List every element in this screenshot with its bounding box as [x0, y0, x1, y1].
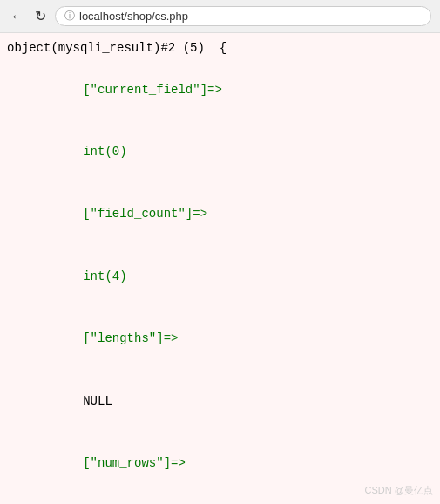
browser-toolbar: ← ↻ ⓘ localhost/shop/cs.php [0, 0, 440, 33]
reload-button[interactable]: ↻ [33, 8, 48, 24]
key-lengths: ["lengths"]=> [54, 331, 179, 345]
code-line-5: int(4) [7, 246, 433, 308]
code-line-4: ["field_count"]=> [7, 184, 433, 246]
code-line-7: NULL [7, 371, 433, 432]
code-line-6: ["lengths"]=> [7, 308, 433, 370]
page-content: object(mysqli_result)#2 (5) { ["current_… [0, 33, 440, 504]
key-field-count: ["field_count"]=> [54, 207, 207, 221]
watermark-text: CSDN @曼亿点 [365, 484, 433, 497]
url-bar[interactable]: ⓘ localhost/shop/cs.php [55, 6, 431, 26]
code-line-3: int(0) [7, 121, 433, 183]
val-current-field: int(0) [54, 145, 127, 159]
code-line-1: object(mysqli_result)#2 (5) { [7, 38, 433, 59]
key-current-field: ["current_field"]=> [54, 83, 222, 97]
val-field-count: int(4) [54, 269, 127, 283]
url-text: localhost/shop/cs.php [79, 10, 188, 23]
back-button[interactable]: ← [9, 9, 26, 24]
val-lengths: NULL [54, 394, 112, 408]
info-icon: ⓘ [64, 9, 75, 24]
code-line-2: ["current_field"]=> [7, 59, 433, 121]
key-num-rows: ["num_rows"]=> [54, 456, 186, 470]
